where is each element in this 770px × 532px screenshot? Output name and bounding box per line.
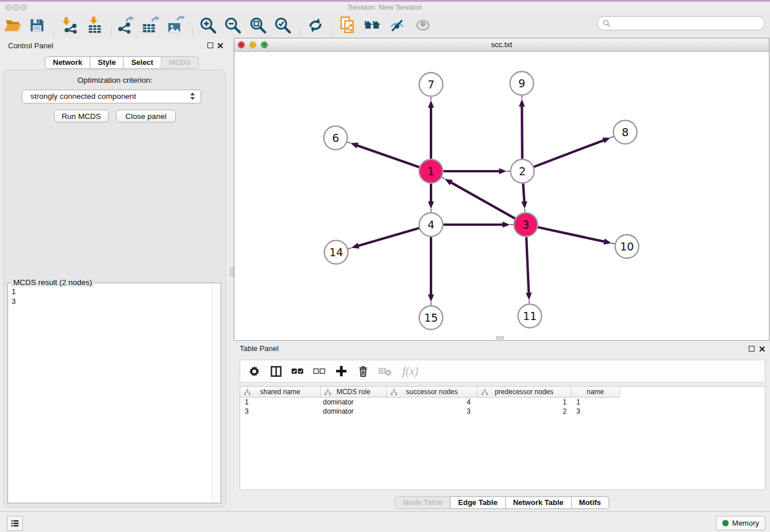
tab-edge-table[interactable]: Edge Table: [450, 496, 505, 509]
network-window: × − + scc.txt 7968124314101511: [234, 38, 769, 341]
network-canvas[interactable]: 7968124314101511: [234, 51, 769, 340]
fit-content-icon[interactable]: [247, 14, 269, 36]
node-table: shared nameMCDS rolesuccessor nodesprede…: [240, 386, 765, 490]
import-network-icon[interactable]: [58, 14, 80, 36]
table-row[interactable]: 1dominator411: [240, 398, 765, 407]
add-row-icon[interactable]: [334, 365, 348, 377]
graph-node-label: 7: [428, 78, 434, 91]
tab-motifs[interactable]: Motifs: [571, 496, 609, 509]
table-cell[interactable]: dominator: [321, 407, 387, 416]
graph-node-label: 11: [523, 310, 537, 322]
graph-node-label: 6: [332, 132, 339, 144]
tab-style[interactable]: Style: [90, 56, 124, 69]
graph-edge[interactable]: [356, 145, 419, 167]
column-header-predecessor-nodes[interactable]: predecessor nodes: [478, 387, 571, 398]
table-cell[interactable]: dominator: [321, 398, 387, 407]
net-close-button[interactable]: ×: [238, 41, 245, 48]
show-all-icon[interactable]: [412, 14, 434, 36]
tab-network-table[interactable]: Network Table: [505, 496, 572, 509]
panel-splitter[interactable]: [230, 38, 234, 511]
tab-network[interactable]: Network: [45, 56, 90, 69]
table-cell[interactable]: 1: [571, 398, 620, 407]
close-panel-button[interactable]: Close panel: [116, 110, 176, 122]
import-table-icon[interactable]: [84, 14, 106, 36]
window-close-button[interactable]: [5, 4, 12, 11]
float-panel-icon[interactable]: [207, 43, 213, 48]
table-cell[interactable]: 3: [387, 407, 478, 416]
optimization-criterion-select[interactable]: strongly connected component: [22, 90, 201, 103]
table-cell[interactable]: 2: [478, 407, 571, 416]
column-header-shared-name[interactable]: shared name: [240, 387, 321, 398]
zoom-out-icon[interactable]: [222, 14, 244, 36]
tab-select[interactable]: Select: [123, 56, 161, 69]
hide-selected-icon[interactable]: [386, 14, 408, 36]
network-title: scc.txt: [234, 38, 769, 51]
tab-node-table[interactable]: Node Table: [395, 496, 451, 509]
select-all-icon[interactable]: [291, 365, 305, 377]
deselect-all-icon[interactable]: [313, 365, 326, 377]
table-cell[interactable]: 1: [240, 398, 321, 407]
graph-edge-arrowhead: [428, 202, 434, 209]
close-panel-icon[interactable]: ✕: [217, 43, 224, 49]
column-header-successor-nodes[interactable]: successor nodes: [387, 387, 478, 398]
result-scrollbar[interactable]: [212, 284, 220, 502]
graph-edge-tip-line: [348, 248, 352, 249]
settings-icon[interactable]: [247, 365, 261, 377]
table-row[interactable]: 3dominator323: [240, 407, 765, 416]
first-neighbors-icon[interactable]: [361, 14, 383, 36]
column-label: name: [587, 388, 604, 396]
save-session-icon[interactable]: [26, 14, 48, 36]
table-cell[interactable]: 3: [571, 407, 620, 416]
zoom-in-icon[interactable]: [197, 14, 219, 36]
graph-edge-tip-line: [610, 137, 614, 138]
memory-button[interactable]: Memory: [716, 516, 765, 530]
window-minimize-button[interactable]: [13, 4, 20, 11]
open-session-icon[interactable]: [2, 14, 24, 36]
splitter-grip[interactable]: [230, 267, 234, 276]
graph-edge-tip-line: [347, 142, 351, 143]
graph-edge[interactable]: [538, 228, 605, 242]
refresh-view-icon[interactable]: [305, 14, 326, 36]
zoom-selected-icon[interactable]: [272, 14, 294, 36]
window-zoom-button[interactable]: [20, 4, 27, 11]
table-float-icon[interactable]: [749, 346, 754, 352]
task-history-button[interactable]: [7, 516, 23, 531]
show-columns-icon[interactable]: [269, 365, 283, 377]
graph-edge-arrowhead: [519, 99, 525, 106]
graph-edge[interactable]: [526, 237, 529, 294]
graph-edge[interactable]: [451, 182, 515, 219]
graph-edge[interactable]: [357, 228, 419, 246]
net-minimize-button[interactable]: −: [249, 41, 256, 48]
graph-edge[interactable]: [523, 183, 524, 202]
export-table-icon[interactable]: [139, 14, 161, 36]
graph-edge-arrowhead: [503, 222, 510, 228]
graph-node-label: 15: [424, 311, 438, 324]
search-input[interactable]: [615, 17, 761, 30]
run-mcds-button[interactable]: Run MCDS: [54, 110, 109, 122]
graph-node-label: 1: [428, 165, 434, 178]
graph-edge-arrowhead: [351, 142, 359, 148]
graph-edge[interactable]: [534, 140, 605, 167]
graph-edge[interactable]: [522, 105, 522, 159]
table-close-icon[interactable]: ✕: [759, 346, 766, 353]
table-cell[interactable]: 4: [387, 398, 478, 407]
export-image-icon[interactable]: [164, 14, 186, 36]
mcds-result-box: MCDS result (2 nodes) 13: [7, 283, 221, 503]
main-toolbar: [0, 13, 770, 38]
net-maximize-button[interactable]: +: [261, 41, 268, 48]
table-cell[interactable]: 3: [240, 407, 321, 416]
memory-status-icon: [722, 520, 729, 526]
tab-mcds[interactable]: MCDS: [161, 56, 199, 69]
column-header-name[interactable]: name: [571, 387, 620, 398]
search-box: [597, 16, 765, 30]
network-window-titlebar[interactable]: × − + scc.txt: [234, 38, 769, 52]
clone-network-icon[interactable]: [337, 14, 359, 36]
mcds-result-title: MCDS result (2 nodes): [11, 278, 94, 287]
export-network-icon[interactable]: [114, 14, 136, 36]
horizontal-splitter-grip[interactable]: [496, 336, 504, 340]
dropdown-chevrons-icon: [190, 92, 195, 100]
delete-row-icon[interactable]: [356, 365, 370, 377]
column-header-MCDS-role[interactable]: MCDS role: [321, 387, 387, 398]
graph-node-label: 14: [329, 246, 343, 259]
table-cell[interactable]: 1: [478, 398, 571, 407]
